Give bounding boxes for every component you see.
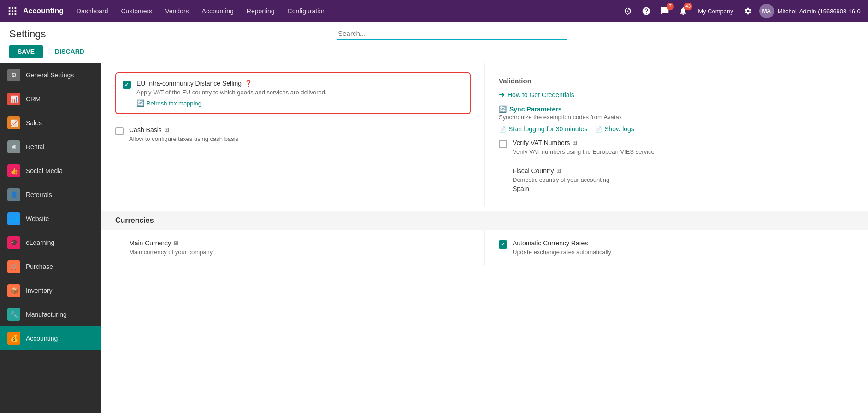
cash-basis-desc: Allow to configure taxes using cash basi… bbox=[129, 135, 238, 143]
sidebar-item-website[interactable]: 🌐 Website bbox=[0, 207, 101, 231]
settings-icon[interactable] bbox=[741, 4, 756, 18]
nav-icons-group: 7 43 My Company MA Mitchell Admin (19686… bbox=[620, 4, 862, 18]
main-layout: ⚙ General Settings 📊 CRM 📈 Sales 🖥 Renta… bbox=[0, 63, 868, 413]
main-currency-desc: Main currency of your company bbox=[129, 248, 213, 256]
app-brand: Accounting bbox=[23, 7, 64, 15]
sidebar-item-accounting[interactable]: 💰 Accounting bbox=[0, 326, 101, 350]
eu-selling-checkbox[interactable] bbox=[123, 81, 131, 89]
inventory-icon: 📦 bbox=[7, 284, 20, 297]
verify-vat-setting-item: Verify VAT Numbers ⊞ Verify VAT numbers … bbox=[499, 133, 854, 163]
cash-basis-title: Cash Basis ⊞ bbox=[129, 126, 238, 134]
verify-vat-title: Verify VAT Numbers ⊞ bbox=[513, 139, 655, 146]
user-avatar[interactable]: MA bbox=[759, 4, 774, 18]
cash-basis-checkbox[interactable] bbox=[115, 127, 124, 135]
eu-selling-desc: Apply VAT of the EU country to which goo… bbox=[136, 88, 327, 97]
sidebar-item-general-settings[interactable]: ⚙ General Settings bbox=[0, 63, 101, 87]
refresh-icon: 🔄 bbox=[136, 99, 144, 107]
purchase-icon: 🛒 bbox=[7, 260, 20, 273]
rental-icon: 🖥 bbox=[7, 140, 20, 153]
sidebar-item-social-media[interactable]: 👍 Social Media bbox=[0, 159, 101, 183]
start-logging-link[interactable]: 📄 Start logging for 30 minutes bbox=[499, 125, 587, 133]
eu-selling-help-icon[interactable]: ❓ bbox=[244, 80, 252, 87]
sync-params-link[interactable]: 🔄 Sync Parameters bbox=[499, 105, 854, 113]
page-header-area: Settings SAVE DISCARD bbox=[0, 22, 868, 63]
auto-currency-section: Automatic Currency Rates Update exchange… bbox=[484, 230, 868, 266]
company-name[interactable]: My Company bbox=[698, 8, 733, 15]
sidebar-item-inventory[interactable]: 📦 Inventory bbox=[0, 279, 101, 302]
validation-header: Validation bbox=[499, 72, 854, 88]
accounting-icon: 💰 bbox=[7, 332, 20, 345]
top-navigation: Accounting Dashboard Customers Vendors A… bbox=[0, 0, 868, 22]
auto-currency-checkbox[interactable] bbox=[499, 240, 507, 249]
main-currency-item: Main Currency ⊞ Main currency of your co… bbox=[115, 239, 471, 256]
cash-basis-setting-item: Cash Basis ⊞ Allow to configure taxes us… bbox=[115, 122, 471, 148]
arrow-right-icon: ➜ bbox=[499, 90, 505, 99]
nav-reporting[interactable]: Reporting bbox=[241, 5, 280, 17]
content-area: EU Intra-community Distance Selling ❓ Ap… bbox=[101, 63, 868, 413]
show-logs-link[interactable]: 📄 Show logs bbox=[595, 125, 634, 133]
apps-menu-button[interactable] bbox=[6, 4, 19, 18]
nav-dashboard[interactable]: Dashboard bbox=[71, 5, 114, 17]
sidebar-item-manufacturing[interactable]: 🔧 Manufacturing bbox=[0, 302, 101, 326]
main-currency-content: Main Currency ⊞ Main currency of your co… bbox=[129, 239, 213, 256]
fiscal-country-content: Fiscal Country ⊞ Domestic country of you… bbox=[513, 167, 609, 192]
sync-params-section: 🔄 Sync Parameters Synchronize the exempt… bbox=[499, 105, 854, 121]
verify-vat-external-icon: ⊞ bbox=[573, 140, 577, 146]
sidebar-item-referrals[interactable]: 👤 Referrals bbox=[0, 183, 101, 207]
refresh-tax-mapping-link[interactable]: 🔄 Refresh tax mapping bbox=[136, 99, 201, 107]
main-currency-section: Main Currency ⊞ Main currency of your co… bbox=[101, 230, 484, 266]
verify-vat-desc: Verify VAT numbers using the European VI… bbox=[513, 148, 655, 156]
auto-currency-item: Automatic Currency Rates Update exchange… bbox=[499, 239, 854, 256]
settings-right-column: Validation ➜ How to Get Credentials 🔄 Sy… bbox=[484, 63, 868, 206]
logging-row: 📄 Start logging for 30 minutes 📄 Show lo… bbox=[499, 125, 854, 133]
website-icon: 🌐 bbox=[7, 212, 20, 225]
chat-badge: 7 bbox=[667, 3, 674, 10]
discard-button[interactable]: DISCARD bbox=[47, 45, 93, 58]
activity-icon[interactable]: 43 bbox=[676, 4, 691, 18]
header-row: Settings bbox=[0, 22, 868, 40]
eu-selling-content: EU Intra-community Distance Selling ❓ Ap… bbox=[136, 80, 327, 107]
fiscal-country-desc: Domestic country of your accounting bbox=[513, 176, 609, 184]
currencies-section-header: Currencies bbox=[101, 211, 868, 230]
sidebar: ⚙ General Settings 📊 CRM 📈 Sales 🖥 Renta… bbox=[0, 63, 101, 413]
eu-selling-setting-item: EU Intra-community Distance Selling ❓ Ap… bbox=[115, 72, 471, 114]
chat-icon[interactable]: 7 bbox=[657, 4, 672, 18]
main-currency-title: Main Currency ⊞ bbox=[129, 239, 213, 247]
fiscal-country-value: Spain bbox=[513, 185, 609, 192]
nav-vendors[interactable]: Vendors bbox=[159, 5, 194, 17]
nav-accounting[interactable]: Accounting bbox=[196, 5, 239, 17]
sidebar-item-rental[interactable]: 🖥 Rental bbox=[0, 135, 101, 159]
settings-left-column: EU Intra-community Distance Selling ❓ Ap… bbox=[101, 63, 484, 206]
fiscal-country-title: Fiscal Country ⊞ bbox=[513, 167, 609, 175]
manufacturing-icon: 🔧 bbox=[7, 308, 20, 321]
search-input[interactable] bbox=[338, 29, 567, 37]
verify-vat-checkbox[interactable] bbox=[499, 140, 507, 148]
nav-configuration[interactable]: Configuration bbox=[282, 5, 331, 17]
how-to-get-credentials-link[interactable]: ➜ How to Get Credentials bbox=[499, 88, 854, 101]
sidebar-item-elearning[interactable]: 🎓 eLearning bbox=[0, 231, 101, 255]
general-settings-icon: ⚙ bbox=[7, 69, 20, 81]
main-currency-external-icon: ⊞ bbox=[174, 240, 178, 246]
sidebar-item-purchase[interactable]: 🛒 Purchase bbox=[0, 255, 101, 279]
settings-main-grid: EU Intra-community Distance Selling ❓ Ap… bbox=[101, 63, 868, 206]
social-media-icon: 👍 bbox=[7, 164, 20, 177]
action-bar: SAVE DISCARD bbox=[0, 40, 868, 63]
auto-currency-content: Automatic Currency Rates Update exchange… bbox=[513, 239, 611, 256]
sync-params-desc: Synchronize the exemption codes from Ava… bbox=[499, 114, 854, 121]
nav-customers[interactable]: Customers bbox=[116, 5, 158, 17]
crm-icon: 📊 bbox=[7, 93, 20, 105]
log-start-icon: 📄 bbox=[499, 126, 506, 133]
cash-basis-external-icon: ⊞ bbox=[165, 127, 169, 133]
elearning-icon: 🎓 bbox=[7, 236, 20, 249]
user-label[interactable]: Mitchell Admin (19686908-16-0- bbox=[778, 8, 862, 15]
save-button[interactable]: SAVE bbox=[9, 45, 43, 58]
page-title: Settings bbox=[9, 28, 46, 40]
debug-icon[interactable] bbox=[620, 4, 635, 18]
support-icon[interactable] bbox=[639, 4, 654, 18]
cash-basis-content: Cash Basis ⊞ Allow to configure taxes us… bbox=[129, 126, 238, 143]
activity-badge: 43 bbox=[684, 3, 692, 10]
verify-vat-content: Verify VAT Numbers ⊞ Verify VAT numbers … bbox=[513, 139, 655, 156]
sidebar-item-sales[interactable]: 📈 Sales bbox=[0, 111, 101, 135]
sidebar-item-crm[interactable]: 📊 CRM bbox=[0, 87, 101, 111]
fiscal-country-external-icon: ⊞ bbox=[556, 168, 561, 174]
